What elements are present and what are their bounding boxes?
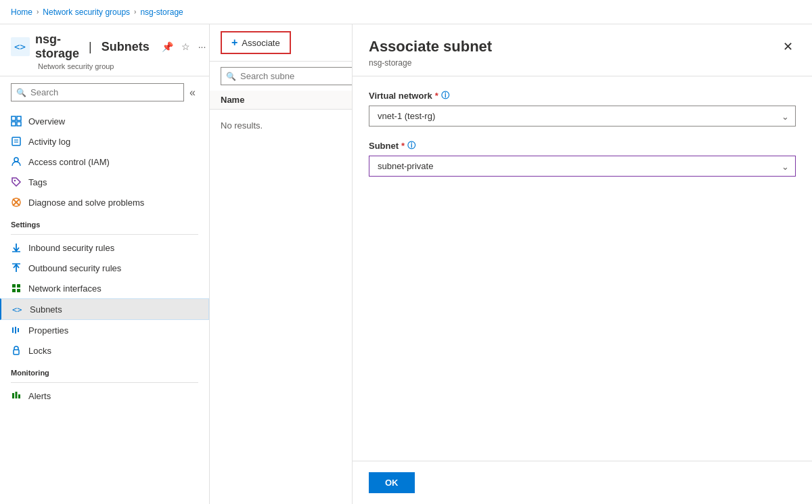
virtual-network-label: Virtual network * ⓘ xyxy=(369,90,796,101)
virtual-network-info-icon[interactable]: ⓘ xyxy=(441,90,449,101)
sidebar-item-tags-label: Tags xyxy=(28,177,47,187)
panel-subtitle: nsg-storage xyxy=(369,58,492,68)
close-icon: ✕ xyxy=(783,40,793,53)
sidebar-item-alerts-label: Alerts xyxy=(28,391,51,401)
svg-rect-3 xyxy=(17,116,21,120)
resource-title: <> nsg-storage | Subnets 📌 ☆ ··· xyxy=(11,32,198,61)
sidebar-item-network-interfaces-label: Network interfaces xyxy=(28,283,102,294)
associate-subnet-panel: Associate subnet nsg-storage ✕ Virtual n… xyxy=(352,24,812,504)
favorite-button[interactable]: ☆ xyxy=(180,40,191,53)
header-actions: 📌 ☆ ··· xyxy=(160,40,208,53)
sidebar-item-overview-label: Overview xyxy=(28,116,65,127)
sidebar-item-network-interfaces[interactable]: Network interfaces xyxy=(0,278,209,298)
svg-rect-27 xyxy=(12,393,14,398)
svg-rect-6 xyxy=(12,137,20,145)
breadcrumb-current: nsg-storage xyxy=(140,7,183,17)
subnet-field-group: Subnet * ⓘ subnet-private ⌄ xyxy=(369,140,796,177)
table-header: Name xyxy=(210,91,352,110)
sidebar-item-subnets-label: Subnets xyxy=(30,304,62,315)
sidebar-item-locks-label: Locks xyxy=(28,346,51,356)
content-toolbar: + Associate xyxy=(210,24,352,62)
associate-button[interactable]: + Associate xyxy=(221,31,291,54)
sidebar-item-alerts[interactable]: Alerts xyxy=(0,386,209,406)
breadcrumb-sep-1: › xyxy=(37,8,39,16)
panel-close-button[interactable]: ✕ xyxy=(780,38,796,55)
breadcrumb-sep-2: › xyxy=(134,8,136,16)
sidebar-item-access-control[interactable]: Access control (IAM) xyxy=(0,152,209,172)
properties-icon xyxy=(11,325,22,336)
svg-rect-5 xyxy=(17,122,21,126)
virtual-network-field-group: Virtual network * ⓘ vnet-1 (test-rg) ⌄ xyxy=(369,90,796,127)
panel-title: Associate subnet xyxy=(369,38,492,55)
outbound-icon xyxy=(11,262,22,273)
breadcrumb-nsg[interactable]: Network security groups xyxy=(43,7,130,17)
collapse-button[interactable]: « xyxy=(187,84,198,101)
panel-title-group: Associate subnet nsg-storage xyxy=(369,38,492,68)
svg-rect-21 xyxy=(17,289,20,292)
activity-log-icon xyxy=(11,136,22,147)
panel-header: Associate subnet nsg-storage ✕ xyxy=(353,24,812,76)
resource-page: Subnets xyxy=(102,40,150,54)
sidebar-item-outbound-label: Outbound security rules xyxy=(28,263,121,273)
sidebar: <> nsg-storage | Subnets 📌 ☆ ··· Network… xyxy=(0,24,210,504)
sidebar-item-tags[interactable]: Tags xyxy=(0,172,209,192)
no-results-text: No results. xyxy=(210,110,352,141)
ok-button[interactable]: OK xyxy=(369,472,415,493)
subnet-search-input[interactable] xyxy=(221,67,352,85)
sidebar-item-properties-label: Properties xyxy=(28,325,68,336)
panel-footer: OK xyxy=(353,461,812,504)
virtual-network-required: * xyxy=(435,91,438,101)
associate-plus-icon: + xyxy=(231,37,238,49)
monitoring-section-label: Monitoring xyxy=(0,361,209,380)
sidebar-item-access-control-label: Access control (IAM) xyxy=(28,157,110,167)
svg-rect-18 xyxy=(12,284,16,288)
svg-rect-26 xyxy=(14,350,19,354)
subnets-icon: <> xyxy=(12,304,23,315)
associate-label: Associate xyxy=(242,38,279,48)
more-button[interactable]: ··· xyxy=(197,40,208,53)
resource-name: nsg-storage xyxy=(35,32,79,61)
main-layout: <> nsg-storage | Subnets 📌 ☆ ··· Network… xyxy=(0,24,812,504)
svg-rect-2 xyxy=(12,116,16,120)
search-area: 🔍 « xyxy=(0,76,209,108)
virtual-network-select[interactable]: vnet-1 (test-rg) xyxy=(369,106,796,127)
sidebar-item-overview[interactable]: Overview xyxy=(0,111,209,131)
sidebar-item-activity-log[interactable]: Activity log xyxy=(0,131,209,152)
svg-rect-29 xyxy=(18,394,20,398)
sidebar-item-outbound[interactable]: Outbound security rules xyxy=(0,258,209,278)
tags-icon xyxy=(11,177,22,187)
locks-icon xyxy=(11,345,22,356)
resource-separator: | xyxy=(89,40,92,54)
sidebar-item-inbound-label: Inbound security rules xyxy=(28,243,114,253)
nsg-resource-icon: <> xyxy=(11,36,30,58)
resource-subtitle: Network security group xyxy=(38,62,198,70)
breadcrumb-home[interactable]: Home xyxy=(11,7,32,17)
settings-divider xyxy=(11,234,198,235)
search-input[interactable] xyxy=(11,83,184,101)
sidebar-item-properties[interactable]: Properties xyxy=(0,320,209,340)
content-area: + Associate 🔍 Name No results. xyxy=(210,24,352,504)
alerts-icon xyxy=(11,390,22,401)
sidebar-item-locks[interactable]: Locks xyxy=(0,340,209,361)
sidebar-item-subnets[interactable]: <> Subnets xyxy=(0,298,209,320)
content-search-area: 🔍 xyxy=(210,62,352,91)
subnet-label-text: Subnet xyxy=(369,141,399,151)
svg-point-9 xyxy=(14,158,18,162)
subnet-dropdown[interactable]: subnet-private ⌄ xyxy=(369,156,796,177)
sidebar-item-inbound[interactable]: Inbound security rules xyxy=(0,237,209,258)
svg-point-10 xyxy=(14,180,16,181)
pin-button[interactable]: 📌 xyxy=(160,40,175,53)
svg-rect-28 xyxy=(16,392,18,398)
nav-list: Overview Activity log Access control (IA… xyxy=(0,108,209,504)
sidebar-item-activity-log-label: Activity log xyxy=(28,137,70,147)
sidebar-item-diagnose[interactable]: Diagnose and solve problems xyxy=(0,192,209,212)
svg-rect-19 xyxy=(17,284,20,288)
diagnose-icon xyxy=(11,197,22,208)
subnet-required: * xyxy=(401,141,405,151)
svg-text:<>: <> xyxy=(14,41,26,52)
virtual-network-dropdown[interactable]: vnet-1 (test-rg) ⌄ xyxy=(369,106,796,127)
subnet-label: Subnet * ⓘ xyxy=(369,140,796,152)
subnet-info-icon[interactable]: ⓘ xyxy=(407,140,415,152)
subnet-select[interactable]: subnet-private xyxy=(369,156,796,177)
inbound-icon xyxy=(11,242,22,253)
